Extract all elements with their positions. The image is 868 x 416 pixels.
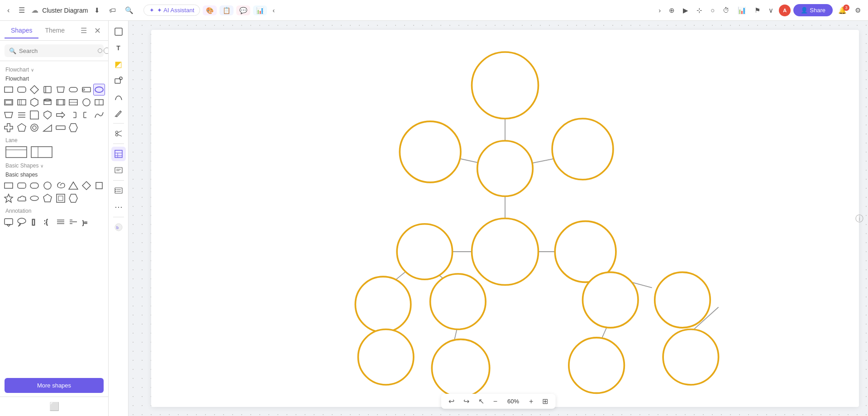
shape-plus[interactable] bbox=[3, 122, 14, 134]
shape-bullet-list[interactable] bbox=[16, 109, 28, 121]
tool-collab-b[interactable]: b bbox=[111, 220, 126, 234]
tool-text2[interactable] bbox=[111, 163, 126, 177]
ann-lines[interactable] bbox=[55, 216, 67, 228]
shape-diamond[interactable] bbox=[29, 84, 40, 96]
info-button[interactable]: ⓘ bbox=[855, 213, 863, 224]
bs-frame[interactable] bbox=[55, 192, 67, 204]
shape-scroll[interactable] bbox=[42, 84, 53, 96]
tag-button[interactable]: 🏷 bbox=[106, 5, 119, 16]
expand-icon[interactable]: › bbox=[656, 5, 663, 16]
back-button[interactable]: ‹ bbox=[5, 5, 12, 16]
tab-shapes[interactable]: Shapes bbox=[5, 23, 38, 38]
tool-list[interactable] bbox=[111, 183, 126, 198]
panel-list-icon[interactable]: ☰ bbox=[79, 25, 89, 37]
shape-h-lines[interactable] bbox=[93, 96, 105, 108]
collapse-center[interactable]: ‹ bbox=[270, 5, 277, 16]
shape-subroutine[interactable] bbox=[55, 96, 67, 108]
tool-shape-icon[interactable] bbox=[111, 73, 126, 88]
undo-button[interactable]: ↩ bbox=[446, 396, 457, 407]
bs-pentagon[interactable] bbox=[42, 192, 53, 204]
cursor-tool-button[interactable]: ↖ bbox=[476, 396, 487, 407]
lane-v[interactable] bbox=[30, 146, 53, 158]
tool-select[interactable] bbox=[111, 24, 126, 39]
flowchart-section-header[interactable]: Flowchart ∨ bbox=[0, 64, 108, 74]
bs-star[interactable] bbox=[3, 192, 14, 204]
collab-app-4[interactable]: 📊 bbox=[253, 5, 267, 15]
ann-left-lines[interactable] bbox=[67, 216, 79, 228]
shape-arrow[interactable] bbox=[55, 109, 67, 121]
bs-triangle[interactable] bbox=[67, 180, 79, 191]
lane-h[interactable] bbox=[5, 146, 28, 158]
tool-pen[interactable] bbox=[111, 106, 126, 120]
chevron-down-icon[interactable]: ∨ bbox=[766, 5, 776, 16]
size-medium[interactable] bbox=[104, 48, 109, 54]
close-panel-button[interactable]: ✕ bbox=[91, 25, 104, 37]
shape-hex-2[interactable] bbox=[67, 122, 79, 134]
bs-ellipse[interactable] bbox=[29, 192, 40, 204]
tool-scissors[interactable] bbox=[111, 126, 126, 141]
tab-theme[interactable]: Theme bbox=[38, 23, 71, 38]
tool-table[interactable] bbox=[111, 147, 126, 161]
shape-wide-rect[interactable] bbox=[55, 122, 67, 134]
cursor-icon[interactable]: ⊹ bbox=[694, 5, 705, 16]
shape-shield[interactable] bbox=[42, 109, 53, 121]
size-small[interactable] bbox=[98, 48, 102, 53]
collab-app-2[interactable]: 📋 bbox=[219, 5, 234, 15]
zoom-out-button[interactable]: − bbox=[491, 396, 500, 407]
shape-corner-rect[interactable] bbox=[29, 109, 40, 121]
basic-shapes-section-header[interactable]: Basic Shapes ∨ bbox=[0, 160, 108, 170]
lane-section-header[interactable]: Lane bbox=[0, 134, 108, 144]
shape-rect[interactable] bbox=[3, 84, 14, 96]
download-button[interactable]: ⬇ bbox=[91, 5, 103, 16]
tool-curve[interactable] bbox=[111, 90, 126, 104]
circle-icon[interactable]: ○ bbox=[708, 5, 717, 16]
bs-rounded-rect[interactable] bbox=[16, 180, 28, 191]
bs-hexagon[interactable] bbox=[67, 192, 79, 204]
shape-bracket-right[interactable] bbox=[67, 109, 79, 121]
collab-app-3[interactable]: 💬 bbox=[236, 5, 250, 15]
chart-icon[interactable]: 📊 bbox=[735, 5, 749, 16]
shape-pentagon[interactable] bbox=[16, 122, 28, 134]
more-shapes-button[interactable]: More shapes bbox=[5, 378, 104, 393]
diagram-canvas[interactable] bbox=[151, 30, 859, 407]
search-input[interactable] bbox=[19, 48, 95, 54]
annotation-section-header[interactable]: Annotation bbox=[0, 205, 108, 215]
shape-circle-outline[interactable] bbox=[81, 96, 92, 108]
shape-trapezoid[interactable] bbox=[3, 109, 14, 121]
ann-rect[interactable] bbox=[3, 216, 14, 228]
canvas-background[interactable]: ↩ ↪ ↖ − 60% + ⊞ ⓘ bbox=[129, 21, 868, 416]
tool-text[interactable]: T bbox=[111, 41, 126, 55]
collab-app-1[interactable]: 🎨 bbox=[203, 5, 217, 15]
shape-wave[interactable] bbox=[93, 109, 105, 121]
ann-extra[interactable]: }= bbox=[81, 216, 92, 228]
ai-assistant-button[interactable]: ✦ ✦ AI Assistant bbox=[143, 5, 200, 16]
bs-swirl[interactable] bbox=[55, 180, 67, 191]
notification-button[interactable]: 🔔 3 bbox=[835, 5, 849, 16]
add-icon[interactable]: ⊕ bbox=[666, 5, 677, 16]
shape-double-rect[interactable] bbox=[3, 96, 14, 108]
tool-dots[interactable]: ⋯ bbox=[111, 200, 126, 214]
menu-button[interactable]: ☰ bbox=[16, 4, 28, 16]
panel-bottom-icon[interactable]: ⬜ bbox=[48, 400, 61, 413]
search-button[interactable]: 🔍 bbox=[122, 5, 136, 16]
bs-cloud[interactable] bbox=[16, 192, 28, 204]
ann-curly[interactable]: :{ bbox=[42, 216, 53, 228]
flag-icon[interactable]: ⚑ bbox=[752, 5, 763, 16]
shape-cross-rect[interactable] bbox=[67, 96, 79, 108]
shape-ellipse[interactable] bbox=[93, 84, 105, 96]
bs-rect2[interactable] bbox=[93, 180, 105, 191]
shape-bracket-left[interactable] bbox=[81, 109, 92, 121]
timer-icon[interactable]: ⏱ bbox=[720, 5, 732, 16]
share-button[interactable]: 👤 Share bbox=[793, 4, 833, 16]
bs-diamond[interactable] bbox=[81, 180, 92, 191]
shape-lines-rect[interactable] bbox=[16, 96, 28, 108]
ann-bracket[interactable]: [] bbox=[29, 216, 40, 228]
bs-circle[interactable] bbox=[42, 180, 53, 191]
bs-circle2[interactable] bbox=[29, 180, 40, 191]
zoom-in-button[interactable]: + bbox=[526, 396, 536, 407]
tool-sticky[interactable]: ◩ bbox=[111, 57, 126, 72]
shape-stadium[interactable] bbox=[67, 84, 79, 96]
play-icon[interactable]: ▶ bbox=[680, 5, 691, 16]
shape-para[interactable] bbox=[55, 84, 67, 96]
shape-bullseye[interactable] bbox=[29, 122, 40, 134]
